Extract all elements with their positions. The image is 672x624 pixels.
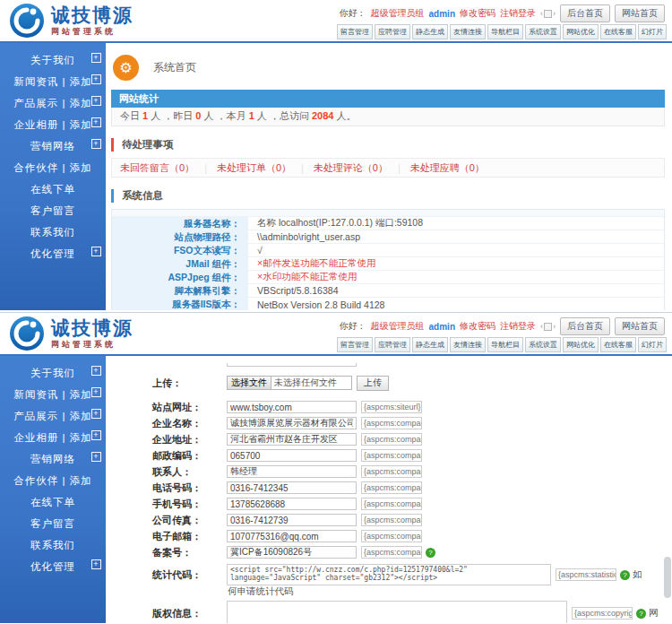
sysinfo-label: 服务器名称：	[112, 217, 248, 230]
upload-button[interactable]: 上传	[357, 376, 389, 391]
admin-home-button[interactable]: 后台首页	[560, 317, 610, 335]
field-input[interactable]	[227, 514, 357, 526]
help-icon[interactable]: ?	[636, 609, 646, 619]
plus-icon[interactable]: +	[91, 74, 101, 84]
help-icon[interactable]: ?	[426, 548, 435, 558]
sidebar-item[interactable]: 合作伙伴 | 添加 +	[0, 157, 106, 178]
sysinfo-value: √	[248, 245, 263, 256]
sidebar-item[interactable]: 关于我们 +	[0, 362, 106, 384]
plus-icon[interactable]: +	[91, 430, 101, 440]
form-row: 公司传真： {aspcms:companyfax} ?	[111, 512, 665, 528]
sidebar-item[interactable]: 客户留言 +	[0, 200, 106, 221]
logout-link[interactable]: 注销登录	[500, 7, 536, 20]
admin-home-button[interactable]: 后台首页	[560, 4, 610, 22]
nav-tab[interactable]: 友情连接	[450, 24, 486, 39]
field-input[interactable]	[227, 465, 357, 478]
plus-icon[interactable]: +	[91, 409, 101, 419]
sidebar-item[interactable]: 联系我们 +	[0, 221, 106, 243]
sidebar-item[interactable]: 优化管理 +	[0, 556, 106, 577]
field-input[interactable]	[227, 401, 357, 413]
change-password-link[interactable]: 修改密码	[460, 7, 495, 20]
copyright-textarea[interactable]	[227, 601, 567, 623]
plus-icon[interactable]: +	[91, 387, 101, 397]
plus-icon[interactable]: +	[91, 53, 101, 63]
sidebar-item[interactable]: 客户留言 +	[0, 513, 106, 534]
copyright-label: 版权信息：	[111, 607, 227, 620]
sysinfo-value: ×水印功能不能正常使用	[248, 271, 357, 283]
field-input[interactable]	[227, 546, 357, 559]
sidebar-item[interactable]: 企业相册 | 添加 +	[0, 427, 106, 448]
sidebar-item[interactable]: 优化管理 +	[0, 243, 106, 264]
pending-link[interactable]: 未处理订单（0）	[194, 162, 291, 173]
site-home-button[interactable]: 网站首页	[615, 4, 665, 22]
nav-tab[interactable]: 导航栏目	[487, 337, 523, 352]
sysinfo-row: 站点物理路径： \\adminbo\right_user.asp	[112, 230, 664, 244]
username: admin	[429, 322, 455, 332]
field-input[interactable]	[227, 498, 357, 510]
plus-icon[interactable]: +	[91, 247, 101, 256]
stat-code-hint: 何申请统计代码	[228, 585, 665, 597]
nav-tab[interactable]: 应聘管理	[375, 337, 410, 352]
stat-code-textarea[interactable]	[227, 564, 551, 585]
pending-link[interactable]: 未处理评论（0）	[291, 162, 388, 173]
nav-tab[interactable]: 系统设置	[525, 337, 561, 352]
field-input[interactable]	[227, 481, 357, 494]
nav-tab[interactable]: 网站优化	[563, 24, 599, 39]
nav-tab[interactable]: 在线客服	[600, 337, 636, 352]
plus-icon[interactable]: +	[91, 117, 101, 127]
sidebar-item[interactable]: 产品展示 | 添加 +	[0, 92, 106, 114]
stat-code-row: 统计代码： {aspcms:statisticalcode} ? 如	[111, 564, 665, 585]
change-password-link[interactable]: 修改密码	[460, 320, 495, 333]
field-input[interactable]	[227, 433, 357, 446]
plus-icon[interactable]: +	[91, 366, 101, 376]
nav-tab[interactable]: 在线客服	[600, 24, 636, 39]
nav-tab[interactable]: 应聘管理	[375, 24, 410, 39]
skin-switcher[interactable]: ‹›	[540, 9, 556, 18]
pending-link[interactable]: 未回答留言（0）	[120, 162, 194, 173]
field-input[interactable]	[227, 530, 357, 542]
sysinfo-value: VBScript/5.8.16384	[248, 285, 338, 296]
scrollbar-thumb[interactable]	[664, 557, 671, 598]
sidebar-item[interactable]: 产品展示 | 添加 +	[0, 405, 106, 427]
sidebar-item[interactable]: 合作伙伴 | 添加 +	[0, 470, 106, 491]
file-input[interactable]: 选择文件 未选择任何文件	[227, 376, 352, 390]
nav-tab[interactable]: 留言管理	[337, 24, 373, 39]
sidebar-item[interactable]: 在线下单 +	[0, 491, 106, 513]
nav-tab[interactable]: 幻灯片	[638, 337, 667, 352]
field-input[interactable]	[227, 449, 357, 462]
sidebar-item[interactable]: 关于我们 +	[0, 49, 106, 71]
nav-tab[interactable]: 网站优化	[563, 337, 599, 352]
sidebar-item[interactable]: 企业相册 | 添加 +	[0, 114, 106, 135]
logout-link[interactable]: 注销登录	[500, 320, 536, 333]
nav-tab[interactable]: 静态生成	[412, 24, 448, 39]
sidebar-item[interactable]: 营销网络 +	[0, 135, 106, 157]
choose-file-button[interactable]: 选择文件	[228, 377, 271, 389]
site-home-button[interactable]: 网站首页	[615, 317, 665, 335]
skin-switcher[interactable]: ‹›	[540, 322, 556, 331]
top-nav-tabs: 留言管理应聘管理静态生成友情连接导航栏目系统设置网站优化在线客服幻灯片	[337, 24, 667, 39]
plus-icon[interactable]: +	[91, 96, 101, 106]
sidebar-item[interactable]: 在线下单 +	[0, 178, 106, 200]
sidebar-item[interactable]: 新闻资讯 | 添加 +	[0, 71, 106, 92]
help-icon[interactable]: ?	[620, 570, 630, 580]
sidebar-item[interactable]: 营销网络 +	[0, 448, 106, 470]
field-input[interactable]	[227, 417, 357, 429]
sysinfo-label: ASPJpeg 组件：	[112, 271, 248, 284]
field-label: 公司传真：	[111, 514, 227, 527]
sidebar-item[interactable]: 新闻资讯 | 添加 +	[0, 384, 106, 405]
field-label: 电话号码：	[111, 481, 227, 495]
nav-tab[interactable]: 留言管理	[337, 337, 373, 352]
sidebar-item[interactable]: 联系我们 +	[0, 534, 106, 556]
pending-link[interactable]: 未处理应聘（0）	[388, 162, 485, 173]
plus-icon[interactable]: +	[91, 559, 101, 569]
nav-tab[interactable]: 导航栏目	[487, 24, 523, 39]
nav-tab[interactable]: 幻灯片	[638, 24, 667, 39]
brand-logo: 诚技博源 网站管理系统	[9, 3, 134, 39]
nav-tab[interactable]: 静态生成	[412, 337, 448, 352]
plus-icon[interactable]: +	[91, 139, 101, 149]
plus-icon[interactable]: +	[91, 452, 101, 462]
nav-tab[interactable]: 友情连接	[450, 337, 486, 352]
nav-tab[interactable]: 系统设置	[525, 24, 561, 39]
form-main: 上传： 选择文件 未选择任何文件 上传 站点网址： {aspcms:siteur…	[106, 356, 672, 623]
clipped-input	[227, 363, 357, 367]
